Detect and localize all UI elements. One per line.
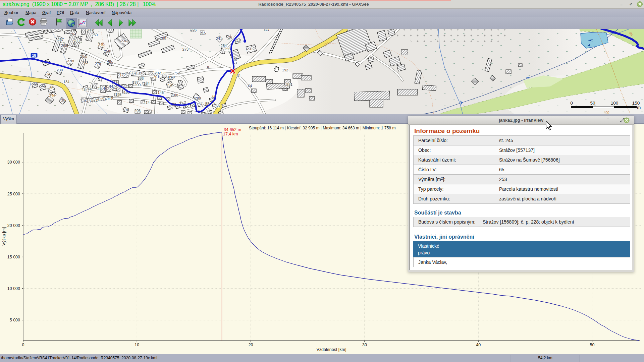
svg-text:35: 35	[49, 86, 53, 90]
svg-text:195: 195	[115, 93, 121, 97]
svg-text:26: 26	[228, 35, 232, 39]
svg-text:30: 30	[362, 343, 367, 347]
svg-text:267: 267	[58, 38, 64, 42]
svg-text:50: 50	[590, 101, 595, 106]
svg-text:214: 214	[144, 101, 150, 105]
svg-text:256: 256	[104, 49, 110, 53]
svg-text:52: 52	[176, 71, 180, 75]
svg-text:18: 18	[32, 53, 36, 57]
svg-text:236: 236	[121, 39, 127, 43]
svg-text:10: 10	[135, 343, 139, 347]
svg-text:20 000: 20 000	[7, 223, 20, 228]
svg-text:37: 37	[89, 99, 93, 103]
svg-text:41: 41	[109, 97, 113, 101]
svg-text:273: 273	[182, 47, 189, 51]
svg-text:265: 265	[107, 60, 113, 64]
svg-text:39: 39	[100, 97, 104, 101]
svg-text:215: 215	[200, 31, 206, 35]
svg-text:180: 180	[172, 93, 178, 97]
svg-text:250: 250	[92, 33, 98, 37]
svg-text:33: 33	[33, 81, 37, 85]
svg-text:172: 172	[120, 73, 126, 77]
svg-text:149: 149	[169, 75, 175, 79]
svg-text:43: 43	[82, 87, 86, 92]
svg-text:57: 57	[199, 102, 203, 106]
svg-text:201: 201	[153, 75, 159, 79]
svg-text:144: 144	[107, 84, 113, 88]
svg-text:0: 0	[22, 343, 24, 347]
svg-text:186: 186	[138, 76, 144, 80]
svg-text:30 000: 30 000	[7, 160, 20, 165]
svg-text:m: m	[637, 105, 641, 110]
svg-text:25 000: 25 000	[7, 192, 20, 196]
svg-text:40: 40	[105, 97, 109, 101]
svg-text:226: 226	[191, 29, 197, 32]
svg-text:0: 0	[570, 101, 573, 106]
svg-text:54: 54	[168, 83, 172, 87]
svg-text:280: 280	[160, 36, 166, 40]
svg-text:10 000: 10 000	[7, 286, 20, 291]
svg-text:145: 145	[158, 90, 164, 95]
svg-text:238: 238	[57, 68, 63, 72]
svg-text:64: 64	[248, 84, 252, 88]
svg-text:263: 263	[73, 39, 79, 43]
svg-text:184: 184	[144, 81, 150, 85]
svg-text:283: 283	[82, 61, 88, 65]
svg-text:Výška [m]: Výška [m]	[2, 227, 6, 246]
svg-text:268: 268	[61, 44, 67, 48]
svg-text:50: 50	[590, 343, 595, 347]
svg-text:241: 241	[216, 37, 222, 41]
svg-text:53: 53	[161, 71, 165, 75]
svg-text:31: 31	[237, 74, 241, 78]
svg-text:17,4 km: 17,4 km	[223, 132, 238, 136]
svg-text:6: 6	[207, 65, 209, 69]
svg-text:327: 327	[264, 29, 270, 32]
svg-text:251: 251	[88, 29, 94, 32]
svg-text:135-139: 135-139	[128, 71, 142, 75]
svg-text:100: 100	[611, 101, 619, 106]
svg-text:279: 279	[95, 62, 101, 66]
svg-text:34 652 m: 34 652 m	[224, 127, 241, 132]
svg-text:289: 289	[195, 96, 201, 100]
svg-text:47: 47	[113, 86, 117, 90]
svg-text:192: 192	[282, 68, 288, 72]
svg-text:278: 278	[67, 59, 73, 63]
svg-text:214: 214	[94, 98, 100, 102]
svg-text:400: 400	[604, 111, 609, 114]
svg-text:15 000: 15 000	[7, 255, 20, 259]
svg-text:284: 284	[80, 54, 86, 58]
svg-text:246: 246	[49, 94, 55, 98]
svg-text:32: 32	[41, 83, 45, 87]
svg-text:264: 264	[70, 32, 76, 36]
svg-text:36: 36	[83, 99, 87, 103]
svg-text:281: 281	[286, 82, 292, 86]
svg-text:45: 45	[98, 86, 102, 90]
svg-text:8: 8	[126, 108, 128, 112]
svg-text:5 000: 5 000	[10, 318, 20, 322]
svg-text:30: 30	[61, 98, 65, 102]
svg-text:231: 231	[247, 47, 253, 51]
svg-text:40: 40	[476, 343, 481, 347]
svg-text:34: 34	[46, 72, 50, 76]
svg-text:20: 20	[249, 343, 253, 347]
svg-text:200: 200	[135, 83, 141, 87]
svg-text:Vzdálenost [km]: Vzdálenost [km]	[317, 347, 346, 352]
svg-text:65: 65	[216, 104, 220, 108]
svg-text:44: 44	[88, 87, 92, 91]
svg-text:Stoupání: 16 114 m | Klesání:: Stoupání: 16 114 m | Klesání: 32 905 m |…	[249, 126, 395, 130]
svg-text:46: 46	[103, 86, 107, 90]
svg-text:134: 134	[63, 80, 69, 84]
svg-text:255: 255	[224, 47, 230, 51]
svg-text:206: 206	[135, 109, 141, 113]
